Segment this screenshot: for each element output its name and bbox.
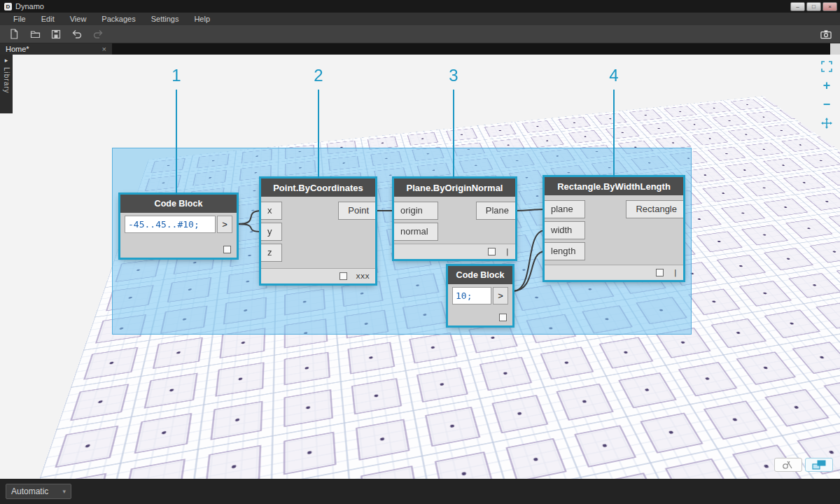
zoom-in-button[interactable]: + [820,79,833,92]
tab-bar: Home* × [0,43,840,55]
new-file-icon[interactable] [8,29,20,40]
callout-line-3 [453,90,454,178]
library-panel-tab[interactable]: ▸ Library [0,55,13,113]
code-input[interactable]: -45..45..#10; [125,216,216,233]
code-input[interactable]: 10; [452,287,491,304]
maximize-button[interactable]: □ [806,2,821,11]
lacing-indicator[interactable]: xxx [356,272,370,281]
canvas-controls: + − [820,60,833,130]
window-title: Dynamo [15,2,44,10]
menu-bar: File Edit View Packages Settings Help [0,13,840,25]
graph-view-button[interactable] [805,458,833,472]
chevron-down-icon: ▾ [62,488,66,495]
callout-number-4: 4 [603,66,624,85]
output-port-plane[interactable]: Plane [476,202,515,220]
dynamo-logo-icon: D [4,3,12,10]
tab-scroll-corner [830,43,840,55]
node-plane-byoriginnormal[interactable]: Plane.ByOriginNormal origin normal Plane… [394,178,515,259]
preview-checkbox[interactable] [499,314,507,321]
undo-icon[interactable] [71,29,83,40]
redo-icon[interactable] [92,29,104,40]
menu-view[interactable]: View [62,13,94,25]
menu-file[interactable]: File [6,13,34,25]
menu-edit[interactable]: Edit [34,13,62,25]
input-port-width[interactable]: width [545,221,585,239]
preview-checkbox[interactable] [223,246,231,253]
input-port-z[interactable]: z [261,244,282,262]
node-rectangle-bywidthlength[interactable]: Rectangle.ByWidthLength plane width leng… [545,177,683,280]
callout-line-4 [613,90,615,177]
dynamo-window: D Dynamo – □ × File Edit View Packages S… [0,0,840,504]
view-mode-buttons [774,458,833,472]
canvas-workspace[interactable]: ▸ Library Code Block -45..45..#10; > Poi… [0,55,840,479]
lacing-indicator[interactable]: | [672,268,678,277]
library-expand-icon[interactable]: ▸ [5,57,8,64]
callout-number-3: 3 [443,66,464,85]
node-title[interactable]: Code Block [448,266,512,284]
input-port-x[interactable]: x [261,202,282,220]
menu-settings[interactable]: Settings [144,13,187,25]
code-output-port[interactable]: > [217,216,232,233]
node-title[interactable]: Rectangle.ByWidthLength [545,177,683,195]
input-port-y[interactable]: y [261,223,282,241]
callout-number-2: 2 [308,66,329,85]
output-port-point[interactable]: Point [338,202,375,220]
run-mode-dropdown[interactable]: Automatic ▾ [6,484,71,499]
preview-checkbox[interactable] [656,269,664,276]
minimize-button[interactable]: – [790,2,805,11]
run-mode-value: Automatic [11,486,48,496]
preview-checkbox[interactable] [488,248,496,255]
tab-home[interactable]: Home* × [0,43,112,55]
fit-view-button[interactable] [820,60,833,73]
node-code-block-2[interactable]: Code Block 10; > [448,266,512,326]
open-file-icon[interactable] [29,29,41,40]
output-port-rectangle[interactable]: Rectangle [626,200,683,218]
node-code-block-1[interactable]: Code Block -45..45..#10; > [120,195,237,258]
library-panel-label: Library [3,67,10,94]
tab-close-icon[interactable]: × [102,45,106,53]
preview-checkbox[interactable] [340,272,347,280]
node-title[interactable]: Code Block [120,195,237,213]
close-button[interactable]: × [822,2,837,11]
node-point-bycoordinates[interactable]: Point.ByCoordinates x y z Point xxx [261,178,375,284]
menu-packages[interactable]: Packages [94,13,143,25]
callout-number-1: 1 [166,66,187,85]
callout-line-1 [176,90,177,195]
node-title[interactable]: Plane.ByOriginNormal [394,178,515,197]
lacing-indicator[interactable]: | [504,247,510,256]
callout-line-2 [318,90,319,178]
save-icon[interactable] [50,29,62,40]
menu-help[interactable]: Help [186,13,218,25]
node-title[interactable]: Point.ByCoordinates [261,178,375,197]
tab-home-label: Home* [6,45,29,53]
pan-button[interactable] [820,117,833,130]
input-port-origin[interactable]: origin [394,202,438,220]
title-bar: D Dynamo – □ × [0,0,840,13]
zoom-out-button[interactable]: − [820,98,833,111]
camera-export-icon[interactable] [820,29,832,40]
input-port-plane[interactable]: plane [545,200,585,218]
input-port-length[interactable]: length [545,242,585,260]
geometry-view-button[interactable] [774,458,802,472]
input-port-normal[interactable]: normal [394,223,438,241]
code-output-port[interactable]: > [493,287,508,304]
status-bar: Automatic ▾ [0,479,840,504]
toolbar [0,25,840,43]
